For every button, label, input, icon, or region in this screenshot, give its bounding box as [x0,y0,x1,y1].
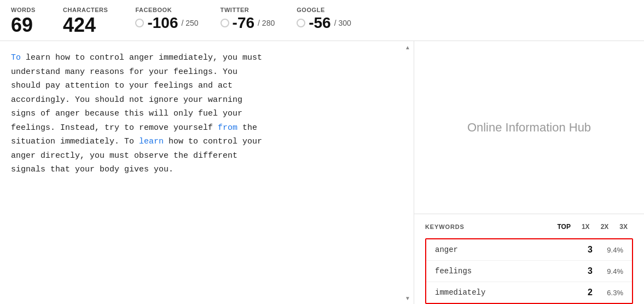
google-limit: / 300 [334,19,351,27]
google-stat: GOOGLE -56/ 300 [297,7,351,31]
keywords-label: KEYWORDS [425,223,465,230]
keyword-row-immediately: immediately 2 6.3% [426,282,632,303]
facebook-circle-icon [135,19,144,27]
characters-stat: CHARACTERS 424 [63,7,108,35]
scroll-down-arrow[interactable]: ▼ [404,294,411,302]
tab-3x[interactable]: 3X [614,221,633,233]
keyword-name-anger: anger [435,245,582,254]
facebook-num: -106 [147,15,178,31]
tab-top[interactable]: TOP [552,221,576,233]
text-panel: To learn how to control anger immediatel… [0,41,414,304]
google-num: -56 [309,15,330,31]
scroll-up-arrow[interactable]: ▲ [404,43,411,51]
link-to: To [11,53,21,62]
facebook-limit: / 250 [181,19,198,27]
facebook-stat: FACEBOOK -106/ 250 [135,7,198,31]
tab-2x[interactable]: 2X [595,221,614,233]
keyword-pct-anger: 9.4% [601,246,623,254]
google-label: GOOGLE [297,7,351,13]
text-content: To learn how to control anger immediatel… [11,51,403,177]
twitter-stat: TWITTER -76/ 280 [221,7,275,31]
hub-title: Online Information Hub [467,121,591,135]
twitter-value: -76/ 280 [221,15,275,31]
keyword-name-feelings: feelings [435,267,582,276]
words-label: WORDS [11,7,36,13]
keyword-row-anger: anger 3 9.4% [426,239,632,261]
words-stat: WORDS 69 [11,7,36,35]
tab-1x[interactable]: 1X [576,221,595,233]
text-scroll-area[interactable]: To learn how to control anger immediatel… [0,41,414,304]
characters-label: CHARACTERS [63,7,108,13]
keyword-count-anger: 3 [582,245,593,255]
hub-section: Online Information Hub [414,41,644,214]
google-value: -56/ 300 [297,15,351,31]
characters-value: 424 [63,15,108,35]
link-learn: learn [139,137,164,146]
keyword-row-feelings: feelings 3 9.4% [426,261,632,282]
stats-bar: WORDS 69 CHARACTERS 424 FACEBOOK -106/ 2… [0,0,644,41]
right-panel: Online Information Hub KEYWORDS TOP 1X 2… [414,41,644,304]
keyword-pct-immediately: 6.3% [601,289,623,297]
link-from: from [218,123,237,133]
keywords-header: KEYWORDS TOP 1X 2X 3X [425,221,633,233]
facebook-value: -106/ 250 [135,15,198,31]
keyword-count-feelings: 3 [582,266,593,276]
main-content: To learn how to control anger immediatel… [0,41,644,304]
keyword-pct-feelings: 9.4% [601,267,623,276]
twitter-circle-icon [221,19,229,27]
twitter-num: -76 [233,15,254,31]
words-value: 69 [11,15,36,35]
keyword-name-immediately: immediately [435,288,582,297]
twitter-limit: / 280 [258,19,275,27]
twitter-label: TWITTER [221,7,275,13]
keywords-table: anger 3 9.4% feelings 3 9.4% immediately… [425,238,633,304]
facebook-label: FACEBOOK [135,7,198,13]
keywords-section: KEYWORDS TOP 1X 2X 3X anger 3 9.4% feeli… [414,214,644,304]
keyword-count-immediately: 2 [582,288,593,297]
google-circle-icon [297,19,305,27]
